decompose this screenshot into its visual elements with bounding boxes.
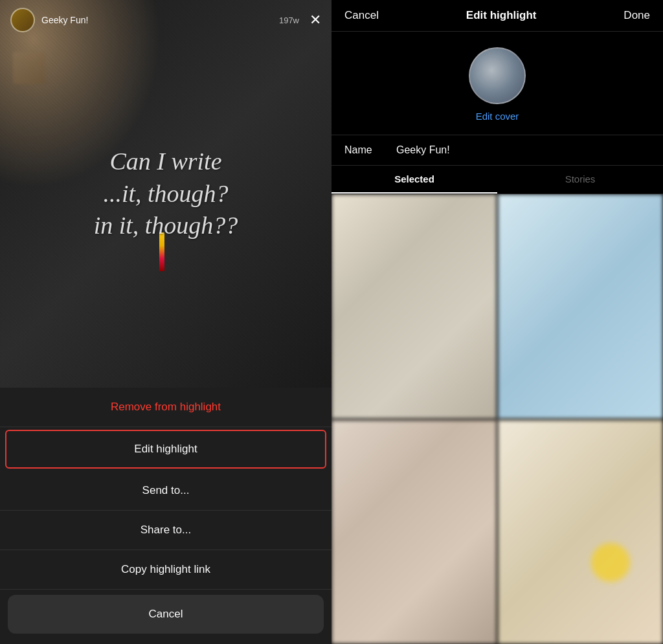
- grid-spot: [591, 543, 630, 582]
- content-grid: [332, 194, 663, 644]
- share-label: Share to...: [140, 524, 191, 537]
- cover-image[interactable]: [469, 47, 526, 104]
- story-username: Geeky Fun!: [41, 15, 276, 25]
- close-icon[interactable]: ✕: [309, 12, 321, 28]
- cancel-label: Cancel: [149, 608, 183, 621]
- header-title: Edit highlight: [466, 9, 537, 22]
- cancel-button[interactable]: Cancel: [8, 595, 324, 634]
- name-field-value[interactable]: Geeky Fun!: [396, 144, 650, 156]
- remove-label: Remove from highlight: [111, 401, 221, 414]
- story-area: Geeky Fun! 197w ✕ Can I write ...it, tho…: [0, 0, 332, 388]
- send-to-button[interactable]: Send to...: [0, 471, 332, 511]
- avatar: [10, 8, 35, 32]
- share-to-button[interactable]: Share to...: [0, 511, 332, 550]
- copy-label: Copy highlight link: [121, 563, 210, 576]
- grid-item-2[interactable]: [498, 194, 663, 419]
- header-done-button[interactable]: Done: [624, 9, 650, 22]
- story-time: 197w: [279, 16, 299, 25]
- header-cancel-button[interactable]: Cancel: [344, 9, 379, 22]
- grid-item-3[interactable]: [332, 420, 497, 645]
- send-label: Send to...: [142, 484, 190, 497]
- tabs-row: Selected Stories: [332, 166, 663, 194]
- story-header: Geeky Fun! 197w ✕: [0, 8, 332, 32]
- tab-selected[interactable]: Selected: [332, 166, 497, 194]
- edit-highlight-button[interactable]: Edit highlight: [5, 430, 326, 469]
- grid-container: [332, 194, 663, 644]
- tab-selected-label: Selected: [394, 173, 434, 184]
- grid-item-1[interactable]: [332, 194, 497, 419]
- cover-section: Edit cover: [332, 32, 663, 135]
- edit-highlight-header: Cancel Edit highlight Done: [332, 0, 663, 32]
- left-panel: Geeky Fun! 197w ✕ Can I write ...it, tho…: [0, 0, 332, 644]
- name-row: Name Geeky Fun!: [332, 135, 663, 166]
- tab-stories[interactable]: Stories: [497, 166, 663, 194]
- remove-from-highlight-button[interactable]: Remove from highlight: [0, 388, 332, 427]
- tab-stories-label: Stories: [565, 173, 596, 184]
- story-text: Can I write ...it, though? in it, though…: [81, 146, 251, 241]
- corner-decoration: [13, 52, 45, 84]
- copy-link-button[interactable]: Copy highlight link: [0, 550, 332, 590]
- grid-item-4[interactable]: [498, 420, 663, 645]
- edit-cover-button[interactable]: Edit cover: [476, 111, 519, 122]
- right-panel: Cancel Edit highlight Done Edit cover Na…: [332, 0, 663, 644]
- bottom-menu: Remove from highlight Edit highlight Sen…: [0, 388, 332, 644]
- edit-label: Edit highlight: [134, 443, 197, 456]
- name-field-label: Name: [344, 144, 396, 156]
